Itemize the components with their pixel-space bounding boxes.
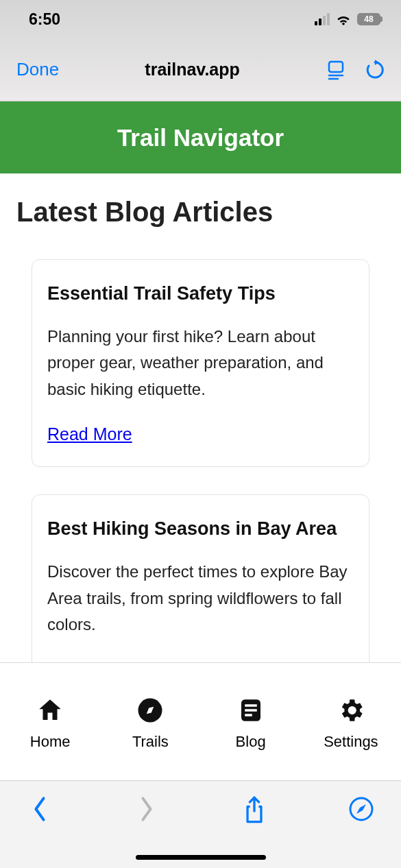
browser-chrome-top: 6:50 48 Done trailnav.app [0, 0, 401, 101]
page-viewport: Trail Navigator Latest Blog Articles Ess… [0, 101, 401, 780]
tab-blog[interactable]: Blog [201, 696, 301, 751]
share-button[interactable] [238, 796, 271, 825]
tab-label: Settings [324, 733, 378, 751]
svg-rect-7 [245, 714, 252, 716]
article-body: Planning your first hike? Learn about pr… [47, 324, 354, 402]
tab-label: Home [30, 733, 71, 751]
svg-rect-6 [245, 709, 257, 712]
article-title: Best Hiking Seasons in Bay Area [47, 518, 354, 540]
done-button[interactable]: Done [16, 59, 59, 80]
read-more-link[interactable]: Read More [47, 424, 132, 444]
article-card: Essential Trail Safety Tips Planning you… [32, 259, 369, 467]
tab-home[interactable]: Home [0, 696, 100, 751]
reader-mode-icon[interactable] [326, 60, 346, 80]
browser-address-row: Done trailnav.app [0, 38, 401, 101]
article-title: Essential Trail Safety Tips [47, 283, 354, 304]
article-card: Best Hiking Seasons in Bay Area Discover… [32, 494, 369, 662]
compass-icon [136, 696, 165, 725]
safari-icon[interactable] [345, 796, 378, 822]
tab-settings[interactable]: Settings [301, 696, 401, 751]
tab-label: Trails [132, 733, 169, 751]
forward-button[interactable] [130, 796, 163, 822]
tab-trails[interactable]: Trails [100, 696, 200, 751]
status-time: 6:50 [29, 10, 60, 29]
article-body: Discover the perfect times to explore Ba… [47, 559, 354, 638]
reload-icon[interactable] [365, 60, 385, 80]
battery-icon: 48 [357, 13, 380, 25]
article-list: Essential Trail Safety Tips Planning you… [16, 259, 385, 662]
home-indicator [136, 855, 266, 860]
status-icons: 48 [315, 13, 380, 25]
app-tab-bar: Home Trails Blog Settings [0, 662, 401, 780]
cellular-icon [315, 13, 330, 25]
page-content: Latest Blog Articles Essential Trail Saf… [0, 173, 401, 662]
back-button[interactable] [23, 796, 56, 822]
home-icon [36, 696, 64, 725]
wifi-icon [335, 13, 352, 25]
status-bar: 6:50 48 [0, 0, 401, 38]
page-title: Latest Blog Articles [16, 197, 385, 228]
app-header: Trail Navigator [0, 101, 401, 173]
svg-rect-5 [245, 704, 257, 707]
article-icon [236, 696, 265, 725]
tab-label: Blog [236, 733, 266, 751]
svg-rect-0 [329, 62, 343, 72]
gear-icon [337, 696, 365, 725]
app-title: Trail Navigator [117, 124, 284, 152]
url-display[interactable]: trailnav.app [145, 60, 239, 80]
